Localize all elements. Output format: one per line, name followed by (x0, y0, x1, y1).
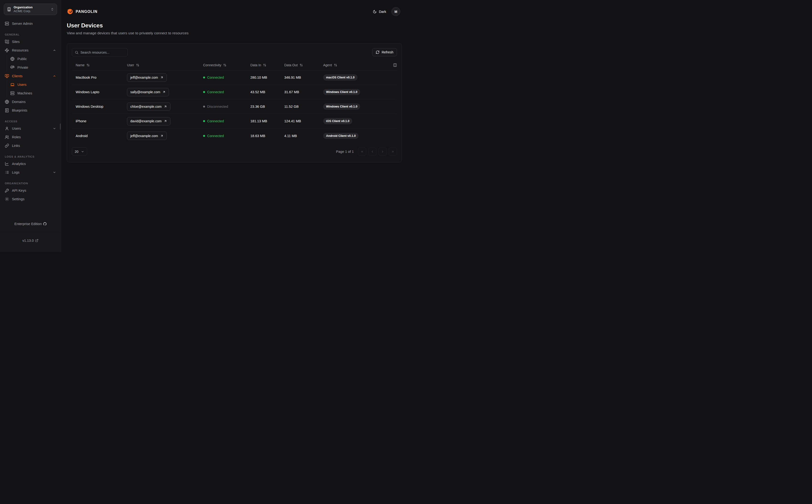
user-link[interactable]: jeff@example.com (127, 73, 167, 82)
column-header-user[interactable]: User (127, 63, 203, 67)
status-dot (203, 77, 205, 78)
sidebar-item-clients[interactable]: Clients (4, 72, 57, 80)
agent-badge: Windows Client v0.1.0 (323, 103, 360, 110)
brand[interactable]: PANGOLIN (67, 8, 97, 15)
connectivity-status: Disconnected (203, 105, 251, 108)
sidebar-item-label: Users (12, 127, 50, 130)
agent-badge: iOS Client v0.1.0 (323, 118, 352, 124)
user-link[interactable]: chloe@example.com (127, 103, 170, 111)
sidebar-item-label: Settings (12, 197, 56, 201)
sidebar-item-private[interactable]: Private (10, 63, 57, 72)
data-out: 4.11 MB (284, 134, 323, 138)
sidebar-item-machines[interactable]: Machines (10, 89, 57, 98)
connectivity-status: Connected (203, 134, 251, 138)
sidebar-nav: Server Admin GENERAL Sites Resources Pub… (0, 16, 61, 215)
avatar[interactable]: M (391, 7, 400, 16)
sort-icon (263, 63, 266, 67)
avatar-initial: M (395, 10, 397, 14)
theme-label: Dark (379, 10, 386, 14)
device-name: MacBook Pro (72, 76, 127, 79)
data-in: 23.36 GB (251, 105, 284, 108)
chevrons-right-icon (391, 150, 395, 153)
sidebar-item-public[interactable]: Public (10, 55, 57, 63)
server-icon (10, 91, 15, 95)
user-link[interactable]: jeff@example.com (127, 132, 167, 140)
device-name: Windows Lapto (72, 90, 127, 94)
github-icon[interactable] (43, 222, 47, 226)
sidebar-item-blueprints[interactable]: Blueprints (4, 106, 57, 115)
chevron-down-icon (53, 127, 56, 130)
sidebar-item-label: Blueprints (12, 108, 56, 112)
table-row: iPhone david@example.com Connected 181.1… (72, 114, 397, 129)
chevron-down-icon (53, 171, 56, 174)
sort-icon (136, 63, 139, 67)
sidebar-item-label: API Keys (12, 189, 56, 192)
sidebar-item-sites[interactable]: Sites (4, 37, 57, 46)
connectivity-status: Connected (203, 76, 251, 79)
sidebar-footer: Enterprise Edition v1.13.0 (0, 215, 61, 252)
data-out: 346.91 MB (284, 76, 323, 79)
sidebar-item-label: Clients (12, 74, 50, 78)
next-page-button[interactable] (379, 148, 387, 156)
column-settings-button[interactable] (388, 63, 397, 67)
version-label: v1.13.0 (22, 239, 34, 242)
table-row: Windows Lapto sally@example.com Connecte… (72, 85, 397, 99)
sidebar-item-roles[interactable]: Roles (4, 133, 57, 141)
column-header-data-in[interactable]: Data In (251, 63, 284, 67)
pangolin-logo-icon (67, 8, 73, 15)
refresh-label: Refresh (382, 50, 393, 54)
data-out: 31.67 MB (284, 90, 323, 94)
devices-table: Name User Connectivity Data In Data Out (67, 60, 402, 143)
chevron-up-icon (53, 49, 56, 52)
arrow-up-right-icon (164, 119, 167, 123)
sidebar-item-analytics[interactable]: Analytics (4, 159, 57, 168)
user-link[interactable]: sally@example.com (127, 88, 169, 96)
first-page-button[interactable] (358, 148, 366, 156)
refresh-button[interactable]: Refresh (372, 48, 397, 56)
sidebar-item-label: Links (12, 144, 56, 148)
column-header-connectivity[interactable]: Connectivity (203, 63, 251, 67)
org-selector[interactable]: Organization ACME Corp. (4, 4, 57, 15)
chevron-down-icon (81, 150, 84, 153)
org-value: ACME Corp. (14, 9, 48, 13)
data-in: 43.52 MB (251, 90, 284, 94)
columns-icon (393, 63, 397, 67)
sidebar-item-logs[interactable]: Logs (4, 168, 57, 177)
resources-subgroup: Public Private (7, 55, 57, 72)
external-link-icon[interactable] (35, 239, 38, 242)
building-icon (7, 7, 11, 11)
sidebar-item-settings[interactable]: Settings (4, 195, 57, 203)
sidebar: Organization ACME Corp. Server Admin GEN… (0, 0, 61, 252)
column-header-name[interactable]: Name (72, 63, 127, 67)
column-header-agent[interactable]: Agent (323, 63, 388, 67)
column-header-data-out[interactable]: Data Out (284, 63, 323, 67)
arrow-up-right-icon (160, 134, 163, 138)
section-logs-analytics: LOGS & ANALYTICS (5, 155, 57, 158)
link-icon (5, 144, 9, 148)
sidebar-item-label: Public (17, 57, 56, 61)
sidebar-item-users[interactable]: Users (4, 124, 57, 133)
arrow-up-right-icon (162, 90, 166, 94)
sort-icon (300, 63, 303, 67)
search-input[interactable] (80, 51, 125, 54)
page-subtitle: View and manage devices that users use t… (67, 31, 400, 35)
sidebar-item-resources[interactable]: Resources (4, 46, 57, 55)
sidebar-scrollbar[interactable] (60, 123, 61, 130)
last-page-button[interactable] (389, 148, 397, 156)
sidebar-item-links[interactable]: Links (4, 141, 57, 150)
status-dot (203, 106, 205, 108)
sidebar-item-api-keys[interactable]: API Keys (4, 186, 57, 195)
sidebar-item-server-admin[interactable]: Server Admin (4, 19, 57, 28)
sidebar-item-domains[interactable]: Domains (4, 98, 57, 106)
sidebar-item-client-users[interactable]: Users (10, 80, 57, 89)
section-general: GENERAL (5, 33, 57, 36)
status-dot (203, 120, 205, 122)
previous-page-button[interactable] (368, 148, 376, 156)
user-link[interactable]: david@example.com (127, 117, 170, 125)
page-header: User Devices View and manage devices tha… (61, 16, 406, 35)
status-dot (203, 91, 205, 93)
theme-toggle[interactable]: Dark (373, 10, 386, 14)
page-size-select[interactable]: 20 (72, 147, 87, 156)
data-in: 280.10 MB (251, 76, 284, 79)
globe-icon (5, 100, 9, 104)
